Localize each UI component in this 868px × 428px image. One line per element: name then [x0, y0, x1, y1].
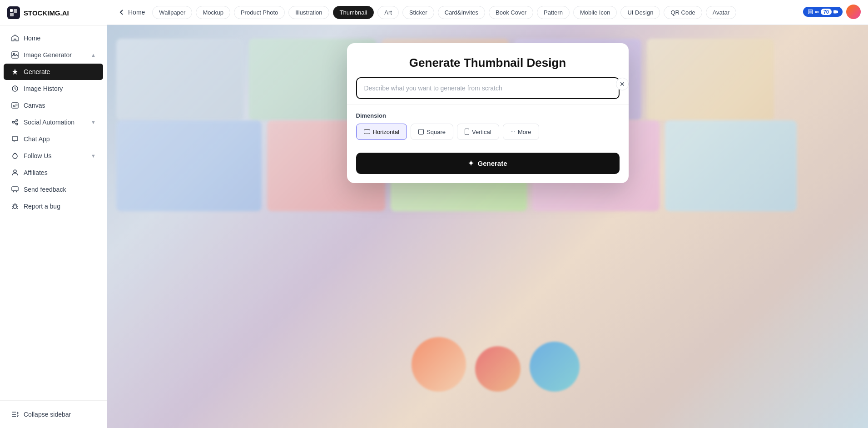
tab-thumbnail[interactable]: Thumbnail: [333, 6, 374, 19]
credits-icon: [808, 9, 813, 15]
chevron-down-icon-2: ▼: [91, 153, 96, 159]
svg-rect-12: [12, 187, 18, 191]
more-dots-icon: ···: [511, 128, 515, 136]
social-icon: [11, 118, 19, 126]
chevron-down-icon: ▼: [91, 119, 96, 125]
sidebar-label-generate: Generate: [24, 68, 50, 75]
svg-point-9: [16, 119, 18, 121]
sidebar-label-report-bug: Report a bug: [24, 203, 60, 210]
dimension-square-button[interactable]: Square: [411, 124, 453, 140]
video-icon: [833, 10, 838, 14]
back-arrow-icon: [118, 9, 125, 16]
sparkle-icon: ✦: [468, 159, 474, 168]
tab-sticker[interactable]: Sticker: [402, 6, 434, 19]
feedback-icon: [11, 185, 19, 194]
sidebar-item-image-history[interactable]: Image History: [4, 80, 103, 97]
square-icon: [418, 129, 424, 134]
sidebar-item-canvas[interactable]: Canvas: [4, 97, 103, 114]
image-generator-icon: [11, 51, 19, 59]
tab-ui-design[interactable]: UI Design: [620, 6, 660, 19]
credits-label: ∞: [815, 9, 819, 15]
dimension-horizontal-label: Horizontal: [373, 129, 400, 135]
generate-modal: Generate Thumbnail Design ✕ Dimension Ho…: [347, 43, 629, 183]
svg-point-8: [12, 121, 14, 123]
person-icon: [11, 169, 19, 177]
tab-mobile-icon[interactable]: Mobile Icon: [573, 6, 617, 19]
history-icon: [11, 85, 19, 93]
dimension-vertical-label: Vertical: [472, 129, 491, 135]
sidebar-label-home: Home: [24, 35, 40, 42]
back-label: Home: [128, 9, 145, 16]
svg-point-13: [13, 205, 17, 209]
modal-backdrop: Generate Thumbnail Design ✕ Dimension Ho…: [107, 25, 868, 428]
sidebar-item-affiliates[interactable]: Affiliates: [4, 164, 103, 181]
tab-illustration[interactable]: Illustration: [288, 6, 329, 19]
follow-icon: [11, 152, 19, 160]
close-button[interactable]: ✕: [616, 78, 629, 90]
dimension-horizontal-button[interactable]: Horizontal: [356, 124, 407, 140]
modal-title: Generate Thumbnail Design: [360, 56, 616, 70]
dimension-vertical-button[interactable]: Vertical: [457, 124, 499, 140]
generate-icon: [11, 68, 19, 76]
sidebar-item-generate[interactable]: Generate: [4, 64, 103, 80]
tab-avatar[interactable]: Avatar: [706, 6, 736, 19]
sidebar-label-social-automation: Social Automation: [24, 119, 74, 126]
collapse-icon: [11, 410, 19, 418]
dimension-more-button[interactable]: ··· More: [503, 124, 539, 140]
global-header: ∞ 70: [796, 0, 868, 24]
tab-wallpaper[interactable]: Wallpaper: [152, 6, 192, 19]
horizontal-icon: [364, 129, 370, 134]
tabs-bar: Home Wallpaper Mockup Product Photo Illu…: [107, 0, 868, 25]
canvas-icon: [11, 101, 19, 109]
sidebar: STOCKIMG.AI Home Image Generator ▲: [0, 0, 107, 428]
logo-icon: [7, 6, 20, 19]
tab-book-cover[interactable]: Book Cover: [489, 6, 533, 19]
bug-icon: [11, 202, 19, 210]
tab-pattern[interactable]: Pattern: [537, 6, 570, 19]
tab-mockup[interactable]: Mockup: [196, 6, 230, 19]
sidebar-label-image-history: Image History: [24, 85, 63, 92]
home-icon: [11, 34, 19, 42]
sidebar-item-report-bug[interactable]: Report a bug: [4, 198, 103, 214]
sidebar-nav: Home Image Generator ▲ Generate: [0, 26, 107, 400]
sidebar-item-home[interactable]: Home: [4, 30, 103, 46]
prompt-input[interactable]: [356, 77, 620, 99]
svg-rect-2: [10, 13, 14, 16]
sidebar-item-social-automation[interactable]: Social Automation ▼: [4, 114, 103, 130]
dimension-more-label: More: [518, 129, 531, 135]
svg-point-10: [16, 123, 18, 125]
dimension-label: Dimension: [356, 112, 620, 119]
sidebar-label-chat-app: Chat App: [24, 135, 50, 143]
dimension-options: Horizontal Square Vertical: [356, 124, 620, 140]
sidebar-item-image-generator[interactable]: Image Generator ▲: [4, 47, 103, 63]
svg-rect-14: [833, 10, 837, 14]
modal-options: ✕ Dimension Horizontal Square: [347, 105, 629, 147]
app-name: STOCKIMG.AI: [24, 9, 69, 17]
sidebar-label-follow-us: Follow Us: [24, 152, 51, 159]
tab-card-invites[interactable]: Card&Invites: [438, 6, 485, 19]
sidebar-label-affiliates: Affiliates: [24, 169, 48, 176]
sidebar-item-send-feedback[interactable]: Send feedback: [4, 181, 103, 198]
avatar[interactable]: [846, 5, 861, 19]
main-content: ∞ 70 Home Wallpaper Mockup Product Photo…: [107, 0, 868, 428]
collapse-label: Collapse sidebar: [24, 411, 71, 418]
generate-button[interactable]: ✦ Generate: [356, 153, 620, 174]
credits-badge[interactable]: ∞ 70: [803, 7, 843, 17]
back-button[interactable]: Home: [114, 7, 149, 18]
tab-qr-code[interactable]: QR Code: [664, 6, 702, 19]
app-logo[interactable]: STOCKIMG.AI: [0, 0, 107, 26]
modal-input-area: [347, 77, 629, 99]
sidebar-item-follow-us[interactable]: Follow Us ▼: [4, 148, 103, 164]
dimension-square-label: Square: [427, 129, 446, 135]
tab-product-photo[interactable]: Product Photo: [234, 6, 285, 19]
credits-count: 70: [821, 9, 832, 15]
chevron-up-icon: ▲: [91, 52, 96, 58]
svg-point-11: [14, 170, 16, 173]
sidebar-label-image-generator: Image Generator: [24, 51, 72, 59]
sidebar-label-send-feedback: Send feedback: [24, 186, 66, 193]
chat-icon: [11, 135, 19, 143]
modal-title-area: Generate Thumbnail Design: [347, 43, 629, 77]
sidebar-item-chat-app[interactable]: Chat App: [4, 131, 103, 147]
collapse-sidebar-button[interactable]: Collapse sidebar: [4, 406, 103, 423]
tab-art[interactable]: Art: [377, 6, 399, 19]
